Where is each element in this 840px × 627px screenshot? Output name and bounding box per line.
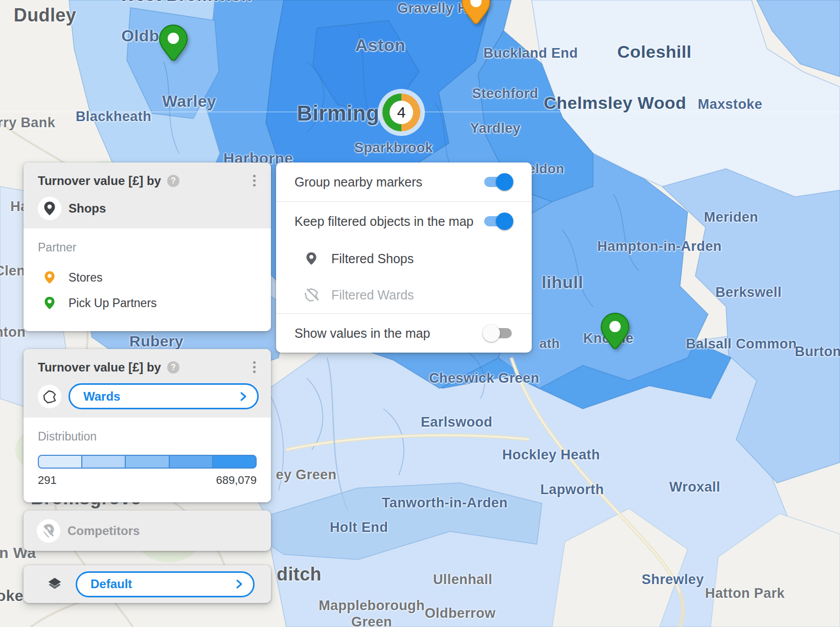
option-row-show-values: Show values in the map — [276, 314, 532, 353]
chevron-right-icon — [235, 579, 244, 589]
shops-entity-row[interactable]: Shops — [38, 197, 259, 220]
store-marker[interactable] — [460, 0, 492, 31]
panel-menu-button[interactable] — [250, 173, 259, 189]
layers-icon — [47, 576, 62, 592]
panel-title: Turnover value [£] by — [38, 360, 161, 375]
panel-menu-button[interactable] — [250, 359, 259, 375]
option-label: Filtered Wards — [331, 288, 414, 303]
chevron-right-icon — [239, 391, 248, 402]
distribution-label: Distribution — [38, 430, 257, 444]
distribution-bar — [38, 455, 257, 469]
style-selector-button[interactable]: Default — [76, 571, 255, 597]
entity-label: Shops — [69, 201, 106, 216]
map-application: West BromwichDudleyGravelly HillOldburyA… — [0, 0, 840, 627]
competitors-pin-off-icon — [37, 519, 60, 543]
option-label: Filtered Shops — [331, 251, 414, 266]
orange-pin-icon — [38, 270, 61, 285]
option-label: Group nearby markers — [294, 175, 422, 190]
distribution-segment — [81, 455, 126, 469]
legend-label: Pick Up Partners — [69, 296, 157, 310]
option-label: Keep filtered objects in the map — [294, 214, 473, 229]
map-options-popup: Group nearby markers Keep filtered objec… — [276, 162, 532, 353]
legend-item-stores[interactable]: Stores — [38, 265, 257, 290]
show-values-toggle[interactable] — [483, 324, 513, 342]
keep-filtered-toggle[interactable] — [483, 213, 513, 230]
pickup-marker[interactable] — [599, 312, 631, 356]
ward-off-icon — [304, 287, 319, 303]
option-row-filtered-shops[interactable]: Filtered Shops — [276, 241, 532, 276]
option-label: Show values in the map — [294, 326, 430, 341]
option-row-group-markers: Group nearby markers — [276, 162, 532, 201]
distribution-segment — [125, 455, 169, 469]
option-row-filtered-wards[interactable]: Filtered Wards — [276, 276, 532, 313]
wards-selector-button[interactable]: Wards — [69, 383, 259, 409]
pin-icon — [304, 251, 319, 266]
distribution-min: 291 — [38, 474, 57, 487]
option-row-keep-filtered: Keep filtered objects in the map — [276, 202, 532, 241]
competitors-layer-panel[interactable]: Competitors — [24, 510, 271, 551]
wards-layer-panel: Turnover value [£] by ? Wards — [24, 349, 271, 502]
style-selector-label: Default — [90, 577, 132, 591]
help-icon[interactable]: ? — [167, 175, 179, 187]
help-icon[interactable]: ? — [167, 361, 179, 374]
legend-item-pickup-partners[interactable]: Pick Up Partners — [38, 290, 257, 316]
cluster-marker[interactable]: 4 — [375, 86, 428, 139]
partner-group-label: Partner — [38, 241, 257, 254]
distribution-segment — [212, 455, 257, 469]
cluster-count: 4 — [397, 104, 406, 121]
wards-selector-label: Wards — [83, 389, 120, 404]
style-switcher-panel: Default — [24, 565, 271, 603]
shops-pin-icon — [38, 197, 61, 220]
legend-label: Stores — [69, 271, 102, 285]
panel-title: Turnover value [£] by — [38, 174, 161, 188]
ward-icon — [38, 385, 61, 408]
distribution-segment — [169, 455, 213, 469]
green-pin-icon — [38, 296, 61, 310]
distribution-segment — [38, 455, 82, 469]
shops-layer-panel: Turnover value [£] by ? Shops Partner — [24, 162, 271, 331]
distribution-max: 689,079 — [216, 474, 257, 487]
pickup-marker[interactable] — [157, 24, 190, 67]
group-markers-toggle[interactable] — [483, 173, 513, 191]
competitors-label: Competitors — [67, 524, 140, 538]
